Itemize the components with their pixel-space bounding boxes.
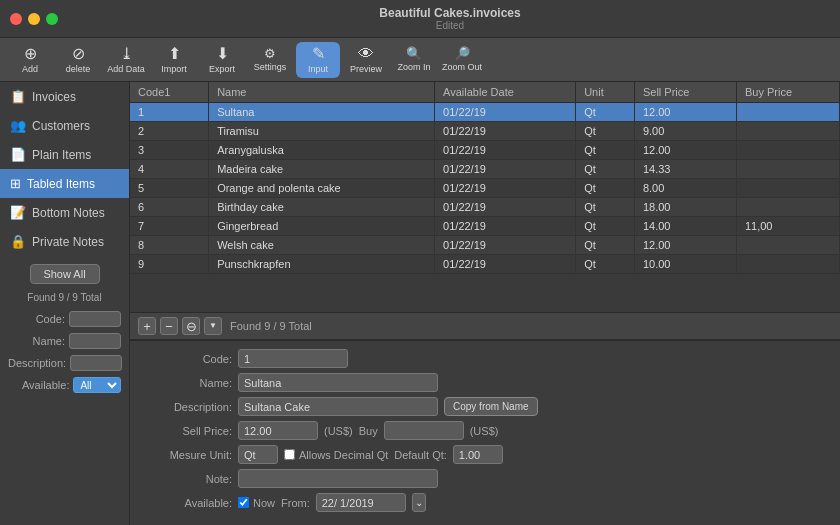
zoom-out-button[interactable]: 🔎 Zoom Out — [440, 42, 484, 78]
table-header-row: Code1 Name Available Date Unit Sell Pric… — [130, 82, 840, 103]
minimize-button[interactable] — [28, 13, 40, 25]
cell-unit: Qt — [576, 122, 635, 141]
cell-date: 01/22/19 — [435, 236, 576, 255]
add-button[interactable]: ⊕ Add — [8, 42, 52, 78]
available-checkbox[interactable] — [238, 497, 249, 508]
export-button[interactable]: ⬇ Export — [200, 42, 244, 78]
filter-panel: Show All Found 9 / 9 Total Code: Name: D… — [0, 256, 129, 525]
cell-unit: Qt — [576, 198, 635, 217]
cell-sell: 8.00 — [634, 179, 736, 198]
preview-button[interactable]: 👁 Preview — [344, 42, 388, 78]
description-filter-input[interactable] — [70, 355, 122, 371]
measure-unit-label: Mesure Unit: — [142, 449, 232, 461]
cell-code: 3 — [130, 141, 209, 160]
sidebar-item-label: Plain Items — [32, 148, 91, 162]
add-row-button[interactable]: + — [138, 317, 156, 335]
plain-items-icon: 📄 — [10, 147, 26, 162]
table-row[interactable]: 2 Tiramisu 01/22/19 Qt 9.00 — [130, 122, 840, 141]
table-row[interactable]: 7 Gingerbread 01/22/19 Qt 14.00 11,00 — [130, 217, 840, 236]
show-all-button[interactable]: Show All — [30, 264, 100, 284]
table-row[interactable]: 8 Welsh cake 01/22/19 Qt 12.00 — [130, 236, 840, 255]
cell-date: 01/22/19 — [435, 160, 576, 179]
col-available-date: Available Date — [435, 82, 576, 103]
table-row[interactable]: 3 Aranygaluska 01/22/19 Qt 12.00 — [130, 141, 840, 160]
cell-sell: 12.00 — [634, 141, 736, 160]
content-area: Code1 Name Available Date Unit Sell Pric… — [130, 82, 840, 525]
name-filter-row: Name: — [8, 333, 121, 349]
code-field[interactable] — [238, 349, 348, 368]
settings-button[interactable]: ⚙ Settings — [248, 42, 292, 78]
delete-label: delete — [66, 64, 91, 74]
cell-sell: 12.00 — [634, 103, 736, 122]
titlebar-title: Beautiful Cakes.invoices — [379, 6, 520, 20]
add-data-button[interactable]: ⤓ Add Data — [104, 42, 148, 78]
note-row: Note: — [142, 469, 828, 488]
table-area[interactable]: Code1 Name Available Date Unit Sell Pric… — [130, 82, 840, 312]
name-filter-input[interactable] — [69, 333, 121, 349]
allows-decimal-label: Allows Decimal Qt — [299, 449, 388, 461]
description-field[interactable] — [238, 397, 438, 416]
code-row: Code: — [142, 349, 828, 368]
add-icon: ⊕ — [24, 46, 37, 62]
cell-code: 1 — [130, 103, 209, 122]
sidebar-item-tabled-items[interactable]: ⊞ Tabled Items — [0, 169, 129, 198]
maximize-button[interactable] — [46, 13, 58, 25]
preview-label: Preview — [350, 64, 382, 74]
table-row[interactable]: 6 Birthday cake 01/22/19 Qt 18.00 — [130, 198, 840, 217]
cell-sell: 10.00 — [634, 255, 736, 274]
buy-currency-label: (US$) — [470, 425, 499, 437]
allows-decimal-wrapper: Allows Decimal Qt — [284, 449, 388, 461]
available-filter-select[interactable]: All Yes No — [73, 377, 121, 393]
lock-button[interactable]: ⊖ — [182, 317, 200, 335]
allows-decimal-checkbox[interactable] — [284, 449, 295, 460]
note-field[interactable] — [238, 469, 438, 488]
from-label: From: — [281, 497, 310, 509]
sell-price-label: Sell Price: — [142, 425, 232, 437]
delete-icon: ⊘ — [72, 46, 85, 62]
settings-label: Settings — [254, 62, 287, 72]
dropdown-button[interactable]: ▼ — [204, 317, 222, 335]
cell-sell: 18.00 — [634, 198, 736, 217]
sidebar-item-invoices[interactable]: 📋 Invoices — [0, 82, 129, 111]
name-field[interactable] — [238, 373, 438, 392]
cell-code: 5 — [130, 179, 209, 198]
sell-price-field[interactable] — [238, 421, 318, 440]
buy-price-field[interactable] — [384, 421, 464, 440]
cell-code: 6 — [130, 198, 209, 217]
table-row[interactable]: 5 Orange and polenta cake 01/22/19 Qt 8.… — [130, 179, 840, 198]
col-unit: Unit — [576, 82, 635, 103]
close-button[interactable] — [10, 13, 22, 25]
cell-name: Welsh cake — [209, 236, 435, 255]
cell-date: 01/22/19 — [435, 122, 576, 141]
remove-row-button[interactable]: − — [160, 317, 178, 335]
add-label: Add — [22, 64, 38, 74]
input-icon: ✎ — [312, 46, 325, 62]
code-filter-row: Code: — [8, 311, 121, 327]
table-row[interactable]: 9 Punschkrapfen 01/22/19 Qt 10.00 — [130, 255, 840, 274]
name-field-label: Name: — [142, 377, 232, 389]
sidebar-item-private-notes[interactable]: 🔒 Private Notes — [0, 227, 129, 256]
default-qt-field[interactable] — [453, 445, 503, 464]
from-date-field[interactable] — [316, 493, 406, 512]
zoom-in-button[interactable]: 🔍 Zoom In — [392, 42, 436, 78]
add-data-icon: ⤓ — [120, 46, 133, 62]
cell-buy — [736, 255, 839, 274]
sidebar-item-bottom-notes[interactable]: 📝 Bottom Notes — [0, 198, 129, 227]
copy-from-name-button[interactable]: Copy from Name — [444, 397, 538, 416]
code-filter-input[interactable] — [69, 311, 121, 327]
input-button[interactable]: ✎ Input — [296, 42, 340, 78]
toolbar: ⊕ Add ⊘ delete ⤓ Add Data ⬆ Import ⬇ Exp… — [0, 38, 840, 82]
table-row[interactable]: 4 Madeira cake 01/22/19 Qt 14.33 — [130, 160, 840, 179]
cell-name: Punschkrapfen — [209, 255, 435, 274]
zoom-in-icon: 🔍 — [406, 47, 422, 60]
col-code1: Code1 — [130, 82, 209, 103]
measure-unit-field[interactable] — [238, 445, 278, 464]
cell-buy — [736, 141, 839, 160]
traffic-lights — [10, 13, 58, 25]
sidebar-item-customers[interactable]: 👥 Customers — [0, 111, 129, 140]
import-button[interactable]: ⬆ Import — [152, 42, 196, 78]
sidebar-item-plain-items[interactable]: 📄 Plain Items — [0, 140, 129, 169]
date-stepper[interactable]: ⌄ — [412, 493, 426, 512]
table-row[interactable]: 1 Sultana 01/22/19 Qt 12.00 — [130, 103, 840, 122]
delete-button[interactable]: ⊘ delete — [56, 42, 100, 78]
